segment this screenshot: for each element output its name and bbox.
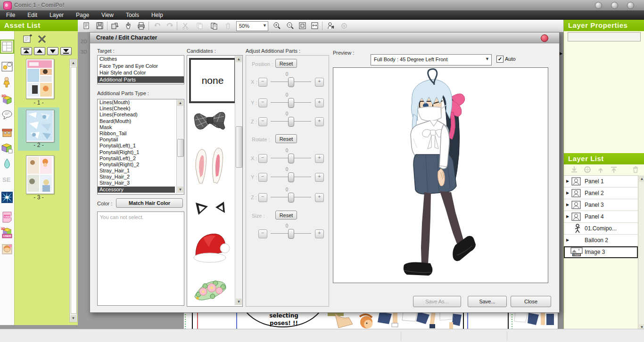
increment-button[interactable]: + xyxy=(315,173,324,182)
candidate-flower-wreath[interactable] xyxy=(189,276,232,305)
parts-type-item[interactable]: Stray_Hair_1 xyxy=(98,168,175,174)
parts-type-item[interactable]: Ponytail(Left)_1 xyxy=(98,143,175,149)
menu-item[interactable]: View xyxy=(95,10,120,20)
close-dialog-button[interactable]: Close xyxy=(511,296,551,307)
parts-type-item[interactable]: Lines(Forehead) xyxy=(98,112,175,118)
parts-type-item[interactable]: Ponytail(Right)_2 xyxy=(98,162,175,168)
decrement-button[interactable]: − xyxy=(258,78,267,87)
target-item[interactable]: Hair Style and Color xyxy=(98,69,184,76)
parts-type-item[interactable]: Beard(Mouth) xyxy=(98,118,175,124)
layer-move-icon[interactable] xyxy=(583,165,592,174)
page-setup-icon[interactable] xyxy=(82,21,92,31)
scroll-up-icon[interactable]: ▲ xyxy=(177,100,183,106)
asset-category-3d-object[interactable] xyxy=(1,142,13,154)
dialog-close-button[interactable] xyxy=(541,34,548,42)
delete-page-button[interactable] xyxy=(37,34,47,44)
asset-category-sound-effect[interactable]: SE xyxy=(1,173,13,186)
slider-thumb[interactable] xyxy=(288,98,294,108)
increment-button[interactable]: + xyxy=(315,193,324,202)
decrement-button[interactable]: − xyxy=(258,154,267,163)
add-page-button[interactable] xyxy=(23,34,33,44)
close-button[interactable] xyxy=(627,2,634,9)
page-thumbnail-2[interactable] xyxy=(26,110,54,142)
asset-category-user-3d[interactable]: USER3D xyxy=(1,227,13,239)
settings-icon[interactable] xyxy=(339,21,349,31)
parts-type-item[interactable]: Lines(Cheek) xyxy=(98,106,175,112)
slider-track[interactable] xyxy=(271,121,311,122)
dialog-title-bar[interactable]: Create / Edit Character xyxy=(90,33,559,43)
slider-thumb[interactable] xyxy=(288,117,294,127)
print-icon[interactable] xyxy=(136,21,147,31)
increment-button[interactable]: + xyxy=(315,78,324,87)
pan-hand-icon[interactable] xyxy=(123,21,133,31)
slider-thumb[interactable] xyxy=(288,193,294,203)
asset-category-user-character[interactable] xyxy=(1,243,13,255)
parts-type-item[interactable]: Ponytail xyxy=(98,137,175,143)
slider-track[interactable] xyxy=(271,197,311,197)
size-reset-button[interactable]: Reset xyxy=(275,211,297,220)
asset-category-page-template[interactable] xyxy=(1,41,13,53)
parts-type-item[interactable]: Ponytail(Right)_1 xyxy=(98,149,175,155)
minimize-button[interactable] xyxy=(595,2,602,9)
layer-move-down-icon[interactable] xyxy=(570,165,579,174)
zoom-out-icon[interactable] xyxy=(285,21,296,31)
fit-page-icon[interactable] xyxy=(297,21,308,31)
match-hair-color-button[interactable]: Match Hair Color xyxy=(116,198,183,208)
redo-icon[interactable] xyxy=(165,21,175,31)
slider-track[interactable] xyxy=(271,177,311,177)
scroll-down-icon[interactable]: ▼ xyxy=(70,315,76,321)
candidate-cat-ears[interactable] xyxy=(189,196,232,222)
asset-category-background[interactable] xyxy=(1,126,13,138)
target-item[interactable]: Additional Parts xyxy=(98,76,184,83)
export-icon[interactable] xyxy=(110,21,120,31)
layer-move-up-icon[interactable] xyxy=(596,165,605,174)
candidate-bunny-ears[interactable] xyxy=(189,147,232,187)
copy-icon[interactable] xyxy=(195,21,205,31)
save-icon[interactable] xyxy=(95,21,105,31)
layer-row-panel-1[interactable]: ▶ Panel 1 xyxy=(564,176,638,187)
layer-delete-icon[interactable] xyxy=(631,165,640,174)
fit-width-icon[interactable] xyxy=(310,21,320,31)
increment-button[interactable]: + xyxy=(315,154,324,163)
menu-item[interactable]: Layer xyxy=(43,10,70,20)
save-as-button[interactable]: Save As... xyxy=(413,296,461,307)
menu-item[interactable]: Tools xyxy=(120,10,145,20)
move-page-down-button[interactable] xyxy=(47,47,58,55)
parts-type-item[interactable]: Stray_Hair_2 xyxy=(98,174,175,180)
decrement-button[interactable]: − xyxy=(258,193,267,202)
parts-type-item[interactable]: Ribbon_Tail xyxy=(98,130,175,137)
scrollbar-thumb[interactable] xyxy=(71,67,77,314)
candidate-plaid-ribbon[interactable] xyxy=(189,104,232,142)
cut-icon[interactable] xyxy=(181,21,191,31)
scrollbar-thumb[interactable] xyxy=(236,126,242,168)
asset-category-3d-item[interactable]: 3D xyxy=(1,93,13,106)
expand-icon[interactable]: ▶ xyxy=(566,203,569,207)
move-page-bottom-button[interactable] xyxy=(60,47,72,55)
parts-type-item[interactable]: Accessory xyxy=(98,187,175,193)
edit-character-icon[interactable] xyxy=(326,21,336,31)
increment-button[interactable]: + xyxy=(315,98,324,107)
move-page-top-button[interactable] xyxy=(21,47,32,55)
menu-item[interactable]: Help xyxy=(145,10,169,20)
expand-icon[interactable]: ▶ xyxy=(566,179,569,183)
menu-item[interactable]: File xyxy=(0,10,21,20)
decrement-button[interactable]: − xyxy=(258,229,267,238)
zoom-level-combobox[interactable]: 50% ▼ xyxy=(236,21,268,31)
slider-thumb[interactable] xyxy=(288,229,294,239)
undo-icon[interactable] xyxy=(152,21,163,31)
increment-button[interactable]: + xyxy=(315,117,324,126)
increment-button[interactable]: + xyxy=(315,229,324,238)
save-button[interactable]: Save... xyxy=(468,296,507,307)
parts-type-listbox[interactable]: Lines(Mouth)Lines(Cheek)Lines(Forehead)B… xyxy=(97,99,184,195)
asset-category-effect[interactable] xyxy=(1,191,13,204)
expand-icon[interactable]: ▶ xyxy=(566,214,569,219)
decrement-button[interactable]: − xyxy=(258,173,267,182)
paste-icon[interactable] xyxy=(209,21,219,31)
layer-row-panel-4[interactable]: ▶ Panel 4 xyxy=(564,211,638,223)
slider-track[interactable] xyxy=(271,158,311,158)
layer-row-image[interactable]: USER Image 3 xyxy=(564,246,638,258)
layer-row-character[interactable]: 01.Comipo... xyxy=(564,223,638,235)
asset-category-comic-panel[interactable] xyxy=(1,60,13,73)
menu-item[interactable]: Edit xyxy=(21,10,43,20)
decrement-button[interactable]: − xyxy=(258,98,267,107)
